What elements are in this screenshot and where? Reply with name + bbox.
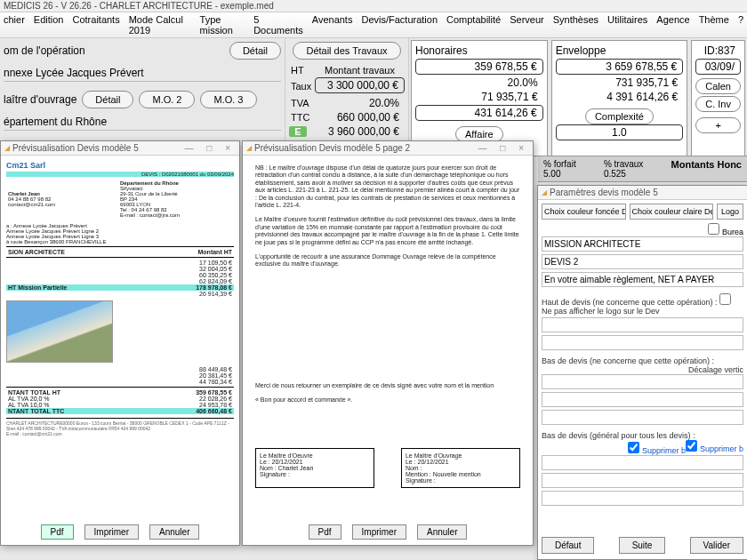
defaut-button[interactable]: Défaut [542, 537, 594, 554]
bas-input-2[interactable] [542, 392, 743, 407]
menu-help[interactable]: ? [738, 14, 743, 36]
dialog2-title: Prévisualisation Devis modèle 5 page 2 [254, 143, 410, 153]
menu-syntheses[interactable]: Synthèses [553, 14, 598, 36]
menu-compta[interactable]: Comptabilité [446, 14, 501, 36]
detail-button[interactable]: Détail [229, 42, 281, 60]
ttc-label: TTC [289, 111, 313, 124]
company-logo: Cm21 Sarl [6, 161, 234, 170]
d1-print-button[interactable]: Imprimer [84, 524, 139, 540]
menu-avenants[interactable]: Avenants [312, 14, 353, 36]
bas-input-3[interactable] [542, 410, 743, 425]
honoraires-v2: 71 935,71 € [415, 91, 543, 103]
dialog2-window-controls[interactable]: — □ × [478, 143, 529, 153]
dialog1-title: Prévisualisation Devis modèle 5 [12, 143, 139, 153]
honoraires-v1[interactable]: 359 678,55 € [415, 59, 543, 75]
choix-couleur-claire-button[interactable]: Choix couleur claire Devis [630, 204, 714, 220]
detail-travaux-button[interactable]: Détail des Travaux [293, 42, 400, 60]
cinv-button[interactable]: C. Inv [695, 96, 741, 112]
enveloppe-title: Enveloppe [556, 44, 684, 57]
suite-button[interactable]: Suite [619, 537, 666, 554]
montants-bar: % forfait5.00 % travaux0.525 Montants Ho… [538, 156, 747, 182]
haut-input-1[interactable] [542, 317, 743, 332]
menu-theme[interactable]: Thème [699, 14, 729, 36]
devis2-input[interactable] [542, 254, 743, 269]
mo-detail-button[interactable]: Détail [82, 91, 133, 108]
menu-type-mission[interactable]: Type mission [200, 14, 245, 36]
menubar: chier Edition Cotraitants Mode Calcul 20… [0, 12, 747, 38]
mo2-button[interactable]: M.O. 2 [139, 91, 195, 108]
menu-documents[interactable]: 5 Documents [253, 14, 303, 36]
d2-cancel-button[interactable]: Annuler [417, 524, 467, 540]
menu-edition[interactable]: Edition [34, 14, 64, 36]
devis-ref: DEVIS : D02021080001 du 03/09/2024 [6, 172, 234, 177]
operation-label: om de l'opération [4, 44, 85, 57]
complexite-button[interactable]: Complexité [585, 108, 654, 124]
supp2-checkbox[interactable] [628, 442, 639, 453]
params-devis-dialog: Paramètres devis modèle 5 Choix couleur … [537, 185, 747, 560]
mo3-button[interactable]: M.O. 3 [200, 91, 256, 108]
logo-button[interactable]: Logo [717, 204, 743, 220]
preview-devis-dialog-1: Prévisualisation Devis modèle 5— □ × Cm2… [0, 140, 240, 546]
menu-fichier[interactable]: chier [4, 14, 25, 36]
window-title: MEDICIS 26 - V 26.26 - CHARLET ARCHITECT… [0, 0, 747, 12]
honoraires-pct: 20.0% [415, 76, 543, 89]
menu-cotraitants[interactable]: Cotraitants [72, 14, 119, 36]
haut-input-2[interactable] [542, 335, 743, 350]
menu-utilitaires[interactable]: Utilitaires [607, 14, 647, 36]
valider-button[interactable]: Valider [690, 537, 743, 554]
dialog3-title: Paramètres devis modèle 5 [550, 188, 658, 197]
menu-devis[interactable]: Devis/Facturation [361, 14, 438, 36]
taux-label: Taux [289, 77, 313, 95]
supp1-checkbox[interactable] [686, 440, 697, 452]
mo-value[interactable]: épartement du Rhône [4, 114, 281, 131]
mission-input[interactable] [542, 236, 743, 252]
tva-value: 660 000,00 € [315, 111, 405, 124]
d1-pdf-button[interactable]: Pdf [41, 524, 74, 540]
nologo-checkbox[interactable] [719, 293, 731, 305]
montant-label: Montant travaux [315, 65, 405, 76]
menu-serveur[interactable]: Serveur [510, 14, 544, 36]
plus-button[interactable]: + [695, 117, 741, 133]
menu-mode-calcul[interactable]: Mode Calcul 2019 [129, 14, 191, 36]
preview-devis-dialog-2: Prévisualisation Devis modèle 5 page 2— … [242, 140, 534, 546]
dialog1-window-controls[interactable]: — □ × [185, 143, 236, 153]
mo-label: laître d'ouvrage [4, 93, 76, 106]
ht-label: HT [289, 65, 313, 76]
building-photo [6, 300, 113, 363]
basgen-input-2[interactable] [542, 473, 743, 488]
d1-cancel-button[interactable]: Annuler [149, 524, 199, 540]
honoraires-v3[interactable]: 431 614,26 € [415, 105, 543, 121]
enveloppe-v3: 4 391 614,26 € [556, 91, 684, 103]
bureau-checkbox[interactable] [708, 223, 719, 235]
honoraires-title: Honoraires [415, 44, 543, 57]
operation-value[interactable]: nnexe Lycée Jacques Prévert [4, 65, 281, 82]
d2-print-button[interactable]: Imprimer [352, 524, 406, 540]
calen-button[interactable]: Calen [695, 78, 741, 94]
taux-value: 20.0% [315, 97, 405, 109]
e-button[interactable]: E [289, 126, 307, 137]
basgen-input-3[interactable] [542, 491, 743, 506]
ttc-value: 3 960 000,00 € [315, 125, 405, 138]
enveloppe-v1[interactable]: 3 659 678,55 € [556, 59, 684, 75]
basgen-input-1[interactable] [542, 455, 743, 470]
menu-agence[interactable]: Agence [656, 14, 689, 36]
d2-pdf-button[interactable]: Pdf [309, 524, 341, 540]
id-label: ID:837 [695, 44, 741, 57]
bas-input-1[interactable] [542, 374, 743, 389]
choix-couleur-foncee-button[interactable]: Choix couleur foncée Devis [542, 204, 626, 220]
reglement-input[interactable] [542, 272, 743, 287]
montant-value[interactable]: 3 300 000,00 € [315, 77, 405, 93]
enveloppe-v2: 731 935,71 € [556, 76, 684, 89]
date-field[interactable]: 03/09/ [695, 59, 741, 75]
tva-label: TVA [289, 97, 313, 109]
complexite-value[interactable]: 1.0 [556, 124, 684, 140]
